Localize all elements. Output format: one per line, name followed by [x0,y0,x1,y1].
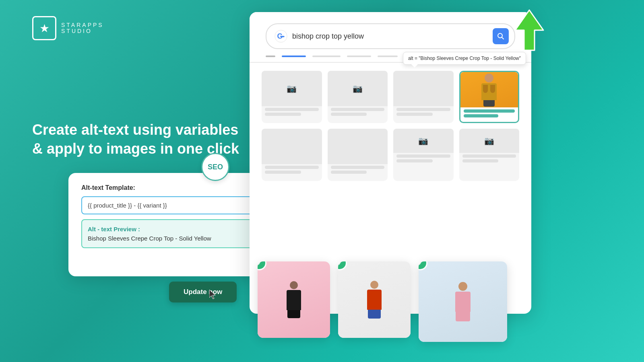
tab-more[interactable] [378,56,398,57]
preview-text: Bishop Sleeves Crepe Crop Top - Solid Ye… [88,235,250,242]
grid-cell-3 [393,71,454,123]
fashion-card-red: ✓ [338,261,411,338]
search-bar: G bishop crop top yellow [266,23,515,49]
template-input[interactable] [81,196,257,214]
up-arrow-svg [511,8,547,52]
grid-line-1a [265,108,319,111]
grid-cell-5 [262,129,322,181]
svg-rect-2 [281,36,285,37]
fashion-img-pink [419,261,507,342]
update-now-button[interactable]: Update now [169,282,237,302]
search-icon [497,33,504,40]
grid-line-3b [396,113,433,116]
camera-icon-1: 📷 [287,84,297,93]
camera-icon-8: 📷 [484,136,494,146]
grid-line-2a [331,108,385,111]
svg-line-4 [502,37,504,39]
grid-img-8: 📷 [459,129,520,153]
logo-text: STARAPPS STUDIO [61,22,104,35]
grid-line-6b [331,171,367,174]
camera-icon-7: 📷 [418,136,428,146]
person-head [485,74,493,82]
tab-news[interactable] [347,56,371,57]
grid-line-1b [265,113,301,116]
grid-line-6a [331,166,385,169]
tab-images[interactable] [312,56,341,57]
search-button[interactable] [493,28,509,44]
logo: ★ STARAPPS STUDIO [32,16,104,40]
grid-line-7b [396,159,433,162]
camera-icon-2: 📷 [353,84,363,93]
fashion-card-pink: ✓ [419,261,507,342]
person-figure [477,74,501,106]
grid-cell-2: 📷 [328,71,388,123]
seo-badge: SEO [201,153,229,181]
grid-line-3a [396,108,450,111]
template-card: Alt-text Template: Alt - text Preview : … [68,173,270,276]
search-query-text: bishop crop top yellow [292,32,488,41]
grid-line-yellow-a [464,109,515,113]
search-area: G bishop crop top yellow [250,12,531,56]
cursor-indicator [209,290,217,299]
grid-line-8a [462,154,516,158]
grid-img-2: 📷 [328,71,388,106]
grid-img-5 [262,129,322,164]
grid-cell-1: 📷 [262,71,322,123]
up-arrow-indicator [511,8,547,54]
tab-icon [266,56,275,57]
grid-line-5a [265,166,319,169]
grid-cell-yellow-top: alt = "Bishop Sleeves Crepe Crop Top - S… [459,71,520,123]
preview-label: Alt - text Preview : [88,226,250,232]
grid-img-6 [328,129,388,164]
bottom-fashion-row: ✓ ✓ ✓ [258,261,507,342]
logo-box: ★ [32,16,56,40]
grid-line-8b [462,159,499,162]
grid-img-7: 📷 [393,129,454,153]
yellow-top-image [460,72,518,107]
grid-line-5b [265,171,301,174]
grid-cell-7: 📷 [393,129,454,181]
alt-text-tooltip: alt = "Bishop Sleeves Crepe Crop Top - S… [403,52,526,65]
star-icon: ★ [39,22,50,35]
grid-img-1: 📷 [262,71,322,106]
grid-area: 📷 📷 alt = "Bishop Sleeves Crepe Crop Top… [250,63,531,189]
grid-cell-6 [328,129,388,181]
grid-cell-8: 📷 [459,129,520,181]
google-logo: G [275,30,287,43]
grid-img-3 [393,71,454,106]
grid-line-yellow-b [464,114,498,117]
headline: Create alt-text using variables & apply … [32,121,242,158]
template-label: Alt-text Template: [81,184,257,191]
svg-marker-5 [515,10,543,50]
grid-line-2b [331,113,367,116]
fashion-card-black: ✓ [258,261,330,338]
tab-all[interactable] [282,56,306,57]
preview-box: Alt - text Preview : Bishop Sleeves Crep… [81,219,257,248]
fashion-img-black [258,261,330,338]
grid-line-7a [396,154,450,158]
fashion-img-red [338,261,411,338]
